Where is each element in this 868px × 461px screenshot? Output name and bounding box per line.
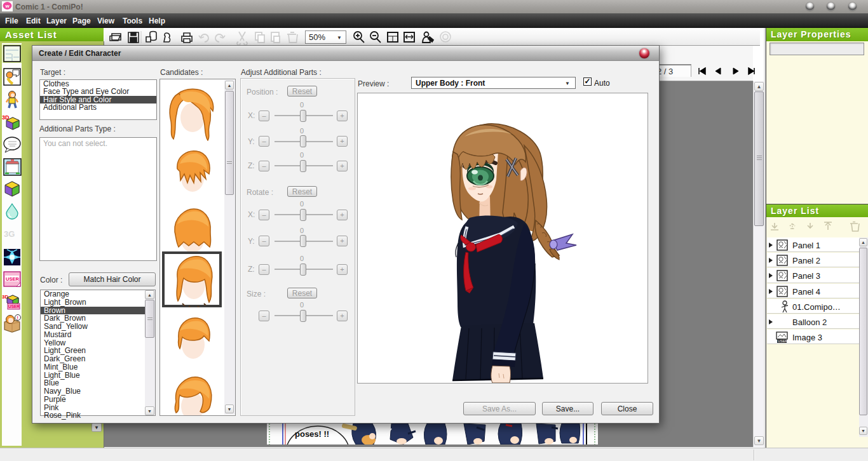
svg-text:USER: USER (6, 276, 19, 282)
svg-text:USER: USER (8, 304, 20, 309)
svg-text:poses! !!: poses! !! (295, 429, 329, 439)
svg-text:w: w (4, 3, 10, 9)
svg-text:3G: 3G (4, 229, 15, 239)
svg-text:!: ! (17, 316, 18, 320)
svg-text:USER: USER (778, 339, 787, 343)
